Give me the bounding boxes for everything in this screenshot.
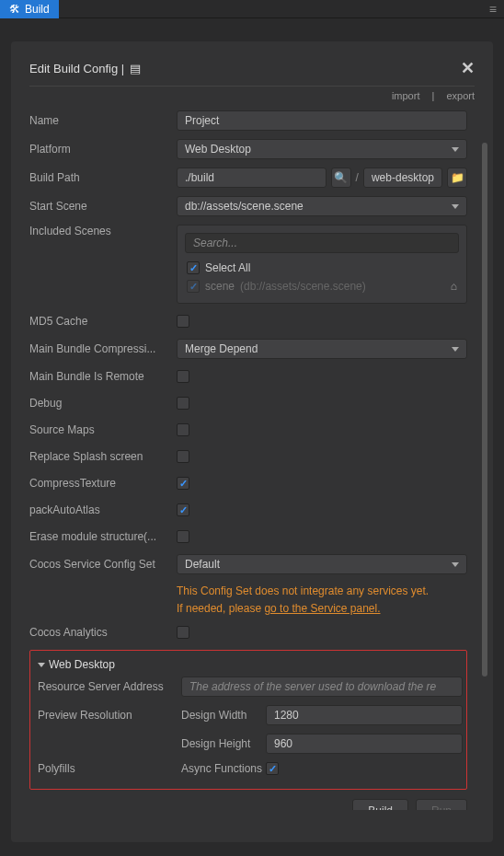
resaddr-input[interactable] — [181, 677, 463, 697]
design-width-label: Design Width — [181, 709, 266, 722]
import-link[interactable]: import — [392, 90, 420, 101]
async-label: Async Functions — [181, 762, 266, 775]
search-icon[interactable]: 🔍 — [331, 168, 351, 188]
design-height-label: Design Height — [181, 737, 266, 750]
mbremote-label: Main Bundle Is Remote — [29, 370, 177, 383]
buildpath-suffix: web-desktop — [363, 168, 442, 188]
md5-label: MD5 Cache — [29, 315, 177, 328]
compresstex-checkbox[interactable] — [177, 477, 189, 490]
panel-title: Edit Build Config | ▤ — [29, 62, 141, 75]
service-warning: This Config Set does not integrate any s… — [177, 583, 467, 618]
topbar: 🛠 Build ≡ — [0, 0, 504, 18]
close-icon[interactable]: ✕ — [461, 58, 475, 78]
build-button[interactable]: Build — [352, 799, 408, 810]
analytics-checkbox[interactable] — [177, 626, 189, 639]
run-button[interactable]: Run — [416, 799, 467, 810]
erase-checkbox[interactable] — [177, 530, 189, 543]
async-checkbox[interactable] — [266, 762, 279, 775]
polyfills-label: Polyfills — [38, 762, 181, 775]
chevron-down-icon — [452, 147, 459, 152]
design-width-input[interactable] — [266, 705, 463, 725]
md5-checkbox[interactable] — [177, 315, 189, 328]
folder-icon[interactable]: 📁 — [447, 168, 467, 188]
service-panel-link[interactable]: go to the Service panel. — [264, 602, 380, 615]
sourcemaps-checkbox[interactable] — [177, 423, 189, 436]
mbremote-checkbox[interactable] — [177, 370, 189, 383]
chevron-down-icon — [452, 347, 459, 352]
packauto-label: packAutoAtlas — [29, 503, 177, 516]
export-link[interactable]: export — [446, 90, 475, 101]
wrench-icon: 🛠 — [9, 3, 20, 16]
chevron-down-icon — [38, 663, 45, 667]
includedscenes-label: Included Scenes — [29, 225, 177, 237]
compresstex-label: CompressTexture — [29, 477, 177, 490]
platform-select[interactable]: Web Desktop — [177, 139, 467, 159]
erase-label: Erase module structure(... — [29, 530, 177, 543]
preview-label: Preview Resolution — [38, 709, 181, 722]
scene-search-input[interactable] — [185, 233, 459, 253]
tab-label: Build — [25, 3, 50, 16]
svcconfig-label: Cocos Service Config Set — [29, 558, 177, 571]
chevron-down-icon — [452, 204, 459, 209]
home-icon[interactable]: ⌂ — [451, 280, 457, 293]
chevron-down-icon — [452, 562, 459, 567]
select-all-row[interactable]: Select All — [185, 259, 459, 277]
splash-checkbox[interactable] — [177, 450, 189, 463]
mbc-label: Main Bundle Compressi... — [29, 342, 177, 355]
book-icon: ▤ — [130, 62, 141, 75]
svcconfig-select[interactable]: Default — [177, 554, 467, 574]
splash-label: Replace Splash screen — [29, 450, 177, 463]
select-all-checkbox[interactable] — [187, 261, 200, 274]
name-label: Name — [29, 114, 177, 127]
top-links: import | export — [29, 90, 475, 101]
scrollbar[interactable] — [482, 143, 487, 677]
footer-buttons: Build Run — [29, 799, 467, 810]
startscene-label: Start Scene — [29, 200, 177, 213]
menu-icon[interactable]: ≡ — [482, 2, 504, 17]
packauto-checkbox[interactable] — [177, 503, 189, 516]
debug-label: Debug — [29, 397, 177, 410]
build-tab[interactable]: 🛠 Build — [0, 0, 59, 18]
panel-header: Edit Build Config | ▤ ✕ — [29, 58, 475, 78]
name-input[interactable] — [177, 110, 467, 131]
divider — [29, 86, 475, 87]
scene-row[interactable]: scene (db://assets/scene.scene) ⌂ — [185, 277, 459, 295]
sourcemaps-label: Source Maps — [29, 423, 177, 436]
platform-label: Platform — [29, 143, 177, 156]
startscene-select[interactable]: db://assets/scene.scene — [177, 196, 467, 216]
section-toggle[interactable]: Web Desktop — [34, 653, 463, 677]
form-body: Name Platform Web Desktop Build Path 🔍 /… — [29, 110, 475, 810]
resaddr-label: Resource Server Address — [38, 680, 181, 693]
build-panel: Edit Build Config | ▤ ✕ import | export … — [11, 41, 493, 842]
mbc-select[interactable]: Merge Depend — [177, 339, 467, 359]
scene-checkbox[interactable] — [187, 280, 200, 293]
design-height-input[interactable] — [266, 734, 463, 754]
analytics-label: Cocos Analytics — [29, 626, 177, 639]
scenes-box: Select All scene (db://assets/scene.scen… — [177, 225, 467, 304]
web-desktop-section: Web Desktop Resource Server Address Prev… — [29, 650, 467, 790]
buildpath-label: Build Path — [29, 171, 177, 184]
debug-checkbox[interactable] — [177, 397, 189, 410]
buildpath-input[interactable] — [177, 168, 326, 188]
